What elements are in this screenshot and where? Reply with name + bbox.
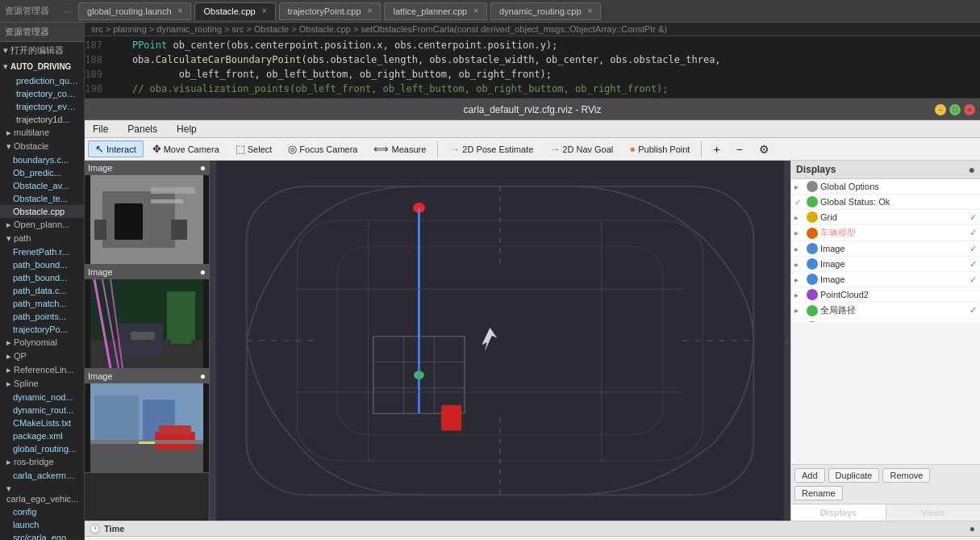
image-panel-3-header: Image ●	[85, 369, 209, 383]
maximize-button[interactable]: □	[949, 104, 961, 115]
close-icon[interactable]: ×	[473, 6, 478, 15]
close-icon[interactable]: ×	[588, 6, 593, 15]
tab-lattice-planner[interactable]: lattice_planner.cpp ×	[384, 2, 487, 20]
tab-dynamic-routing[interactable]: dynamic_routing.cpp ×	[490, 2, 601, 20]
sidebar-item-obstacle-te[interactable]: Obstacle_te...	[0, 192, 84, 205]
sidebar-item-carla-ack[interactable]: carla_ackermam...	[0, 469, 84, 482]
displays-list: ▸ Global Options ✓ Global Status: Ok ▸	[791, 179, 980, 322]
sidebar-item-package[interactable]: package.xml	[0, 429, 84, 442]
tab-global-routing[interactable]: global_routing.launch ×	[78, 2, 191, 20]
display-checkbox[interactable]: ✓	[970, 259, 977, 270]
display-checkbox[interactable]: ✓	[970, 244, 977, 254]
sidebar-auto-driving-section[interactable]: ▾ AUTO_DRIVING	[0, 59, 84, 74]
tab-views[interactable]: Views	[886, 504, 981, 521]
image-panel-1-close[interactable]: ●	[200, 162, 206, 174]
sidebar-item-traj-eval[interactable]: trajectory_evaluator.cpp	[0, 100, 84, 113]
menu-help[interactable]: Help	[172, 122, 202, 136]
focus-camera-tool[interactable]: ◎ Focus Camera	[281, 140, 365, 157]
tab-obstacle-cpp[interactable]: Obstacle.cpp ×	[194, 2, 275, 20]
rviz-3d-viewport[interactable]	[216, 161, 784, 521]
sidebar-item-carla-ego[interactable]: ▾ carla_ego_vehic...	[0, 482, 84, 505]
display-item-image2[interactable]: ▸ Image ✓	[791, 257, 980, 272]
sidebar-item-path-points[interactable]: path_points...	[0, 310, 84, 323]
publish-point-tool[interactable]: ● Publish Point	[622, 140, 697, 157]
time-panel-close-button[interactable]: ●	[970, 523, 975, 534]
rename-button[interactable]: Rename	[794, 486, 843, 500]
display-checkbox[interactable]: ✓	[970, 212, 977, 223]
display-item-pointcloud2[interactable]: ▸ PointCloud2	[791, 287, 980, 303]
sidebar-item-obstacle-cpp[interactable]: Obstacle.cpp	[0, 205, 84, 218]
sidebar-item-polynomial[interactable]: ▸ Polynomial	[0, 336, 84, 350]
line-number: 187	[85, 38, 109, 52]
sidebar-item-traj1d[interactable]: trajectory1d...	[0, 113, 84, 126]
display-item-global-options[interactable]: ▸ Global Options	[791, 179, 980, 195]
close-icon[interactable]: ×	[368, 6, 373, 15]
remove-button[interactable]: Remove	[882, 468, 930, 483]
toolbar-extra-btn2[interactable]: −	[729, 140, 750, 158]
close-icon[interactable]: ×	[178, 6, 183, 15]
display-item-global-path[interactable]: ▸ 全局路径 ✓	[791, 303, 980, 319]
image-panel-3-label: Image	[88, 371, 113, 381]
sidebar-item-global-routing[interactable]: global_routing...	[0, 442, 84, 455]
close-icon[interactable]: ×	[262, 6, 267, 15]
sidebar-item-dyn-rout[interactable]: dynamic_rout...	[0, 404, 84, 417]
sidebar-item-qp[interactable]: ▸ QP	[0, 350, 84, 363]
sidebar-item-open-planner[interactable]: ▸ Open_plann...	[0, 218, 84, 232]
sidebar-item-path-bound1[interactable]: path_bound...	[0, 258, 84, 271]
display-icon	[807, 274, 818, 285]
sidebar-item-boundaries[interactable]: boundarys.c...	[0, 153, 84, 166]
display-item-global-status[interactable]: ✓ Global Status: Ok	[791, 195, 980, 210]
measure-tool[interactable]: ⟺ Measure	[366, 140, 433, 157]
sidebar-item-cmake[interactable]: CMakeLists.txt	[0, 417, 84, 429]
interact-tool[interactable]: ↖ Interact	[88, 140, 144, 157]
menu-file[interactable]: File	[88, 122, 113, 136]
toolbar-extra-btn1[interactable]: +	[706, 140, 727, 158]
viewport-resize-right[interactable]: ›	[784, 161, 790, 521]
viewport-resize-left[interactable]: ‹	[210, 161, 216, 521]
sidebar-editor-section[interactable]: ▾ 打开的编辑器	[0, 42, 84, 59]
sidebar-item-refline[interactable]: ▸ ReferenceLin...	[0, 363, 84, 377]
toolbar-extra-btn3[interactable]: ⚙	[752, 140, 777, 158]
sidebar-item-spline[interactable]: ▸ Spline	[0, 377, 84, 391]
display-checkbox[interactable]: ✓	[970, 228, 977, 238]
sidebar-item-config[interactable]: config	[0, 505, 84, 518]
pose-estimate-tool[interactable]: → 2D Pose Estimate	[442, 140, 540, 157]
display-item-image1[interactable]: ▸ Image ✓	[791, 241, 980, 257]
image-panel-2-close[interactable]: ●	[200, 266, 206, 278]
sidebar-item-traj-po[interactable]: trajectoryPo...	[0, 323, 84, 336]
tab-label: Obstacle.cpp	[203, 6, 255, 16]
display-checkbox[interactable]: ✓	[970, 305, 977, 316]
sidebar-item-path[interactable]: ▾ path	[0, 232, 84, 245]
sidebar-item-path-bound2[interactable]: path_bound...	[0, 271, 84, 284]
duplicate-button[interactable]: Duplicate	[828, 468, 880, 483]
sidebar-item-ros-bridge[interactable]: ▸ ros-bridge	[0, 455, 84, 469]
close-button[interactable]: ×	[964, 104, 975, 115]
sidebar-item-dyn-nod[interactable]: dynamic_nod...	[0, 391, 84, 404]
display-checkbox[interactable]: ✓	[970, 274, 977, 285]
minimize-button[interactable]: −	[935, 104, 946, 115]
select-tool[interactable]: ⬚ Select	[228, 140, 280, 157]
displays-close-button[interactable]: ●	[969, 163, 975, 176]
tab-trajectory-point[interactable]: trajectoryPoint.cpp ×	[279, 2, 382, 20]
sidebar-item-path-data[interactable]: path_data.c...	[0, 284, 84, 297]
sidebar-item-prediction[interactable]: prediction_querier.cpp	[0, 74, 84, 87]
sidebar-item-multilane[interactable]: ▸ multilane	[0, 126, 84, 140]
display-item-grid[interactable]: ▸ Grid ✓	[791, 210, 980, 225]
image-panel-3-close[interactable]: ●	[200, 370, 206, 382]
menu-panels[interactable]: Panels	[123, 122, 162, 136]
sidebar-item-obstacle-av[interactable]: Obstacle_av...	[0, 179, 84, 192]
sidebar-item-traj-combiner[interactable]: trajectory_combiner.cpp	[0, 87, 84, 100]
display-item-vehicle-model[interactable]: ▸ 车辆模型 ✓	[791, 225, 980, 241]
breadcrumb: src > planning > dynamic_routing > src >…	[85, 23, 980, 36]
sidebar-item-frenet[interactable]: FrenetPath.r...	[0, 245, 84, 258]
sidebar-item-ob-predict[interactable]: Ob_predic...	[0, 166, 84, 179]
nav-goal-tool[interactable]: → 2D Nav Goal	[542, 140, 620, 157]
add-button[interactable]: Add	[794, 468, 825, 483]
display-item-image3[interactable]: ▸ Image ✓	[791, 272, 980, 287]
sidebar-item-src-ego[interactable]: src/carla_ego_...	[0, 531, 84, 540]
move-camera-tool[interactable]: ✥ Move Camera	[145, 140, 227, 157]
sidebar-item-obstacle-folder[interactable]: ▾ Obstacle	[0, 140, 84, 153]
sidebar-item-path-match[interactable]: path_match...	[0, 297, 84, 310]
tab-displays[interactable]: Displays	[791, 504, 886, 521]
sidebar-item-launch[interactable]: launch	[0, 518, 84, 531]
